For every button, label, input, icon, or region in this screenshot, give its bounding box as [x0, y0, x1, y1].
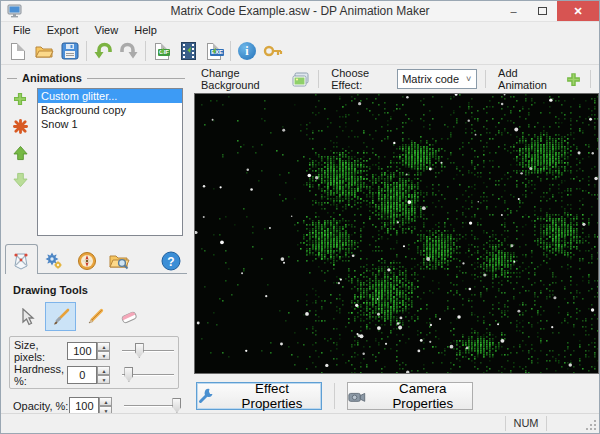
effect-bar-separator	[485, 70, 486, 88]
camera-properties-button[interactable]: Camera Properties	[347, 382, 473, 410]
save-button[interactable]	[57, 39, 83, 63]
effect-properties-button[interactable]: Effect Properties	[196, 382, 322, 410]
up-arrow-icon	[13, 145, 28, 161]
export-exe-button[interactable]: EXE	[201, 39, 227, 63]
redo-button[interactable]	[116, 39, 142, 63]
new-file-button[interactable]	[5, 39, 31, 63]
info-icon: i	[238, 42, 256, 60]
slider-thumb[interactable]	[172, 398, 181, 413]
add-animation-button[interactable]: Add Animation	[494, 67, 563, 91]
save-floppy-icon	[61, 42, 79, 60]
cursor-icon	[19, 308, 35, 326]
slider-thumb[interactable]	[135, 343, 144, 358]
export-exe-icon: EXE	[207, 43, 221, 60]
size-slider[interactable]	[122, 343, 174, 359]
hardness-value[interactable]: 0	[67, 366, 97, 384]
toolbar-separator	[230, 41, 231, 61]
eraser-tool-button[interactable]	[113, 302, 144, 331]
effect-bar-separator	[318, 70, 319, 88]
info-button[interactable]: i	[234, 39, 260, 63]
brush-tool-button[interactable]	[45, 302, 76, 331]
export-video-button[interactable]	[175, 39, 201, 63]
tab-effect-settings[interactable]	[38, 248, 71, 274]
spin-up-icon[interactable]: ▲	[97, 366, 110, 375]
background-image-icon	[291, 71, 310, 88]
animation-list-controls	[9, 90, 31, 189]
tab-drawing-tools[interactable]	[5, 244, 38, 274]
delete-animation-item-button[interactable]	[11, 117, 29, 135]
list-item-snow-1[interactable]: Snow 1	[38, 117, 182, 131]
pencil-tool-button[interactable]	[79, 302, 110, 331]
drawing-tools-icon	[12, 250, 30, 270]
eraser-icon	[119, 309, 139, 325]
compass-icon	[77, 251, 97, 271]
num-lock-indicator: NUM	[505, 416, 547, 431]
redo-icon	[119, 42, 139, 60]
choose-effect-label: Choose Effect:	[327, 67, 397, 91]
undo-button[interactable]	[90, 39, 116, 63]
titlebar: Matrix Code Example.asw - DP Animation M…	[1, 1, 599, 22]
spin-down-icon[interactable]: ▼	[97, 375, 110, 384]
size-spinner[interactable]: 100 ▲▼	[67, 342, 110, 360]
animation-list[interactable]: Custom glitter... Background copy Snow 1	[37, 88, 183, 236]
hardness-label: Hardness, %:	[14, 363, 67, 387]
list-item-custom-glitter[interactable]: Custom glitter...	[38, 89, 182, 103]
hardness-spinner[interactable]: 0 ▲▼	[67, 366, 110, 384]
slider-thumb[interactable]	[124, 367, 133, 382]
preview-canvas-frame	[194, 93, 599, 374]
delete-x-icon	[13, 119, 28, 134]
maximize-button[interactable]	[528, 1, 557, 21]
plus-icon	[12, 91, 28, 107]
tab-navigation[interactable]	[71, 248, 104, 274]
hardness-spin-arrows[interactable]: ▲▼	[97, 366, 110, 384]
statusbar: NUM	[1, 413, 599, 433]
effect-dropdown[interactable]: Matrix code ˅	[397, 69, 477, 89]
toolbar-separator	[145, 41, 146, 61]
svg-text:?: ?	[167, 255, 174, 269]
properties-separator	[334, 383, 335, 409]
export-arrow-icon	[187, 44, 196, 53]
toolbar-separator	[86, 41, 87, 61]
change-background-image-button[interactable]	[291, 71, 310, 88]
move-item-up-button[interactable]	[11, 144, 29, 162]
list-item-background-copy[interactable]: Background copy	[38, 103, 182, 117]
spin-up-icon[interactable]: ▲	[99, 397, 112, 406]
select-tool-button[interactable]	[11, 302, 42, 331]
size-spin-arrows[interactable]: ▲▼	[97, 342, 110, 360]
menu-help[interactable]: Help	[126, 23, 165, 37]
resize-grip[interactable]	[585, 419, 597, 431]
hardness-slider[interactable]	[122, 367, 174, 383]
add-animation-item-button[interactable]	[11, 90, 29, 108]
export-gif-icon: GIF	[155, 43, 169, 60]
spin-up-icon[interactable]: ▲	[97, 342, 110, 351]
menu-export[interactable]: Export	[39, 23, 87, 37]
header-rule	[7, 78, 17, 79]
size-value[interactable]: 100	[67, 342, 97, 360]
opacity-slider[interactable]	[124, 398, 179, 414]
effect-bar: Change Background Choose Effect: Matrix …	[191, 66, 599, 92]
export-gif-button[interactable]: GIF	[149, 39, 175, 63]
opacity-label: Opacity, %:	[13, 400, 69, 412]
animations-panel: Animations	[1, 66, 191, 412]
add-animation-plus-button[interactable]	[565, 71, 582, 88]
folder-search-icon	[109, 252, 130, 271]
license-key-button[interactable]	[260, 39, 286, 63]
minimize-button[interactable]: –	[499, 1, 528, 21]
tab-browse-files[interactable]	[103, 248, 136, 274]
move-item-down-button[interactable]	[11, 171, 29, 189]
brush-icon	[52, 308, 70, 326]
menu-view[interactable]: View	[87, 23, 127, 37]
toolbar: GIF EXE i	[1, 38, 599, 65]
main-area: Animations	[1, 66, 599, 412]
open-folder-icon	[34, 42, 54, 60]
close-button[interactable]: ✕	[557, 1, 599, 21]
open-file-button[interactable]	[31, 39, 57, 63]
animations-title: Animations	[22, 72, 82, 84]
animations-header: Animations	[7, 72, 185, 84]
undo-icon	[93, 42, 113, 60]
change-background-button[interactable]: Change Background	[197, 67, 291, 91]
matrix-canvas[interactable]	[195, 94, 598, 373]
tab-help[interactable]: ?	[154, 248, 187, 274]
menu-file[interactable]: File	[5, 23, 39, 37]
spin-down-icon[interactable]: ▼	[97, 351, 110, 360]
